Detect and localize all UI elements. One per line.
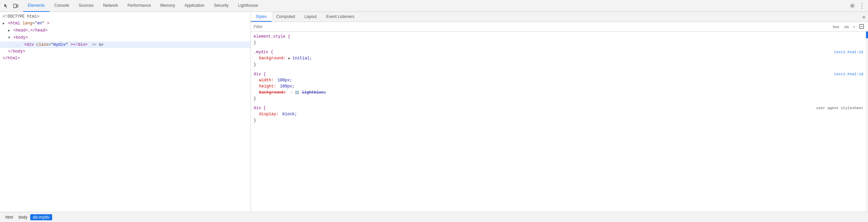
breadcrumb-html[interactable]: html	[3, 214, 16, 220]
tab-performance[interactable]: Performance	[123, 0, 156, 12]
tab-application[interactable]: Application	[180, 0, 209, 12]
body-triangle[interactable]: ▼	[8, 36, 10, 40]
tab-layout[interactable]: Layout	[300, 12, 321, 22]
tab-styles[interactable]: Styles	[251, 12, 272, 22]
dom-line-body[interactable]: ▼ <body>	[0, 34, 251, 41]
tab-event-listeners[interactable]: Event Listeners	[321, 12, 359, 22]
styles-panel: Styles Computed Layout Event Listeners »…	[251, 12, 868, 212]
more-options-icon[interactable]: ⋮	[858, 2, 866, 10]
devtools-toolbar: Elements Console Sources Network Perform…	[0, 0, 868, 12]
html-triangle[interactable]: ▶	[3, 22, 5, 25]
styles-scrollbar[interactable]	[866, 32, 868, 212]
tab-security[interactable]: Security	[209, 0, 233, 12]
triangle-right-icon[interactable]: ▶	[288, 57, 292, 60]
settings-icon[interactable]	[848, 2, 856, 10]
styles-filter-bar: :hov .cls +	[251, 22, 868, 32]
dom-line-div-mydiv[interactable]: ... <div class="mydiv" ></div> == $0	[0, 41, 251, 48]
toggle-button[interactable]	[858, 23, 865, 30]
breadcrumb-body[interactable]: body	[16, 214, 30, 220]
breadcrumb-div-mydiv[interactable]: div.mydiv	[30, 214, 52, 220]
dom-panel[interactable]: <!DOCTYPE html> ▶ <html lang="en" > ▶ <h…	[0, 12, 251, 212]
tab-network[interactable]: Network	[98, 0, 123, 12]
styles-panel-inner: element.style { } .mydiv { test2.html:16…	[251, 32, 868, 212]
source-label-ua: user agent stylesheet	[816, 105, 863, 111]
selected-marker: == $0	[92, 43, 103, 47]
styles-tabs: Styles Computed Layout Event Listeners »	[251, 12, 868, 22]
style-rule-div-10: div { test2.html:10 width: 100px; height…	[251, 70, 866, 102]
cls-button[interactable]: .cls	[842, 24, 850, 29]
tab-computed[interactable]: Computed	[272, 12, 300, 22]
more-tabs-icon[interactable]: »	[860, 12, 868, 22]
tabs-bar: Elements Console Sources Network Perform…	[23, 0, 848, 12]
source-link-mydiv[interactable]: test2.html:16	[834, 49, 863, 55]
dom-line-doctype: <!DOCTYPE html>	[0, 13, 251, 20]
filter-input[interactable]	[254, 24, 829, 29]
head-triangle[interactable]: ▶	[8, 29, 10, 33]
dots-indicator: ...	[14, 43, 20, 47]
toolbar-right: ⋮	[848, 2, 866, 10]
dom-line-body-close: </body>	[0, 48, 251, 55]
dom-line-html-close: </html>	[0, 55, 251, 62]
dom-line-html[interactable]: ▶ <html lang="en" >	[0, 20, 251, 27]
tab-memory[interactable]: Memory	[156, 0, 180, 12]
breadcrumb-bar: html body div.mydiv	[0, 212, 868, 222]
tab-console[interactable]: Console	[50, 0, 74, 12]
style-rule-div-ua: div { user agent stylesheet display: blo…	[251, 104, 866, 124]
svg-point-3	[852, 5, 853, 7]
style-rule-element: element.style { }	[251, 33, 866, 46]
styles-content[interactable]: element.style { } .mydiv { test2.html:16…	[251, 32, 866, 212]
hov-button[interactable]: :hov	[831, 24, 841, 29]
source-link-div-10[interactable]: test2.html:10	[834, 71, 863, 77]
toolbar-icons	[2, 2, 20, 10]
dom-line-head[interactable]: ▶ <head>…</head>	[0, 27, 251, 34]
cursor-icon[interactable]	[2, 2, 10, 10]
tab-elements[interactable]: Elements	[23, 0, 50, 12]
add-style-button[interactable]: +	[852, 24, 856, 29]
styles-scrollbar-thumb[interactable]	[866, 32, 868, 38]
tab-sources[interactable]: Sources	[74, 0, 98, 12]
style-rule-mydiv: .mydiv { test2.html:16 background: ▶ ini…	[251, 48, 866, 68]
svg-rect-1	[17, 5, 18, 7]
svg-point-2	[15, 7, 15, 7]
tab-lighthouse[interactable]: Lighthouse	[233, 0, 263, 12]
device-icon[interactable]	[12, 2, 20, 10]
color-swatch-lightblue[interactable]	[295, 91, 299, 94]
devtools-main: <!DOCTYPE html> ▶ <html lang="en" > ▶ <h…	[0, 12, 868, 212]
